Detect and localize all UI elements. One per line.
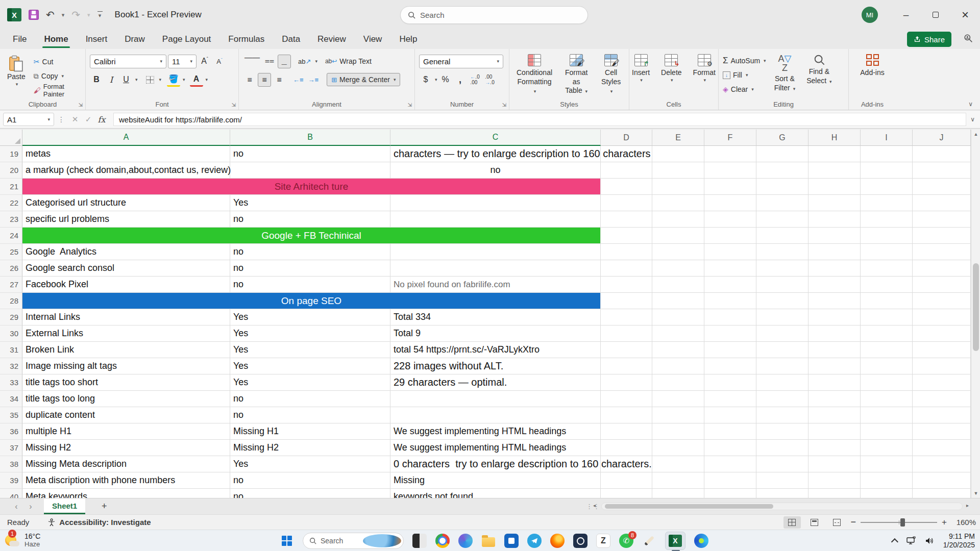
cell-C27[interactable]: No pixel found on fabrilife.com	[390, 277, 601, 293]
paste-dropdown-icon[interactable]: ▾	[16, 82, 18, 87]
cell-J19[interactable]	[913, 146, 971, 162]
cell-D26[interactable]	[601, 260, 652, 277]
align-top-icon[interactable]: ⎺⎺	[243, 55, 261, 68]
row-header-25[interactable]: 25	[0, 244, 22, 260]
cell-I32[interactable]	[861, 358, 913, 374]
font-color-dropdown-icon[interactable]: ▾	[206, 77, 208, 82]
cell-H24[interactable]	[808, 228, 861, 244]
cell-A30[interactable]: External Links	[22, 325, 230, 342]
cell-H38[interactable]	[808, 456, 861, 472]
cell-F25[interactable]	[704, 244, 756, 260]
underline-dropdown-icon[interactable]: ▾	[135, 77, 138, 82]
cell-J23[interactable]	[913, 211, 971, 228]
cell-I38[interactable]	[861, 456, 913, 472]
chrome-icon[interactable]	[435, 534, 450, 548]
clipboard-dialog-launcher-icon[interactable]: ⇲	[79, 102, 83, 108]
page-break-view-button[interactable]	[828, 516, 846, 529]
cell-I31[interactable]	[861, 342, 913, 358]
sheet-tab-sheet1[interactable]: Sheet1	[44, 498, 85, 514]
cell-A19[interactable]: metas	[22, 146, 230, 162]
zoom-slider-thumb[interactable]	[900, 518, 905, 527]
blue-app-icon[interactable]	[504, 534, 519, 548]
cell-H32[interactable]	[808, 358, 861, 374]
column-header-G[interactable]: G	[756, 130, 808, 146]
telegram-icon[interactable]	[527, 534, 542, 548]
cell-G27[interactable]	[756, 277, 808, 293]
cell-C33[interactable]: 29 characters — optimal.	[390, 374, 601, 391]
cell-J24[interactable]	[913, 228, 971, 244]
cell-I33[interactable]	[861, 374, 913, 391]
cell-J33[interactable]	[913, 374, 971, 391]
cell-F21[interactable]	[704, 179, 756, 195]
percent-icon[interactable]: %	[439, 73, 452, 87]
weather-widget[interactable]: 1 16°C Haze	[4, 532, 40, 548]
scroll-left-icon[interactable]: ◂	[593, 503, 596, 508]
cell-F31[interactable]	[704, 342, 756, 358]
currency-icon[interactable]: $	[419, 73, 432, 87]
format-cells-button[interactable]: ⚙ Format ▾	[690, 53, 719, 99]
decrease-font-icon[interactable]: Aˇ	[213, 55, 226, 68]
cell-A20[interactable]: a markup (check domain,about,contact us,…	[22, 162, 230, 179]
cell-E19[interactable]	[652, 146, 704, 162]
cell-A23[interactable]: specific url problems	[22, 211, 230, 228]
tab-data[interactable]: Data	[273, 30, 309, 49]
cell-B22[interactable]: Yes	[230, 195, 390, 211]
expand-formula-bar-icon[interactable]: ∨	[970, 116, 975, 123]
row-header-30[interactable]: 30	[0, 325, 22, 342]
cell-E36[interactable]	[652, 423, 704, 440]
cell-I19[interactable]	[861, 146, 913, 162]
comma-style-icon[interactable]: ,	[454, 73, 467, 87]
cut-button[interactable]: ✂Cut	[34, 55, 81, 68]
cell-I35[interactable]	[861, 407, 913, 423]
column-header-J[interactable]: J	[913, 130, 971, 146]
cell-H34[interactable]	[808, 391, 861, 407]
row-header-39[interactable]: 39	[0, 472, 22, 489]
cell-H31[interactable]	[808, 342, 861, 358]
cell-B27[interactable]: no	[230, 277, 390, 293]
row-header-32[interactable]: 32	[0, 358, 22, 374]
cell-E33[interactable]	[652, 374, 704, 391]
cell-G30[interactable]	[756, 325, 808, 342]
cell-F30[interactable]	[704, 325, 756, 342]
vertical-scrollbar[interactable]: ▲ ▼	[971, 130, 980, 498]
zoom-level[interactable]: 160%	[951, 518, 976, 527]
cell-G25[interactable]	[756, 244, 808, 260]
cell-G24[interactable]	[756, 228, 808, 244]
cell-A35[interactable]: duplicate content	[22, 407, 230, 423]
copy-button[interactable]: ⧉Copy▾	[34, 69, 81, 83]
cell-D28[interactable]	[601, 293, 652, 309]
pen-app-icon[interactable]	[642, 534, 656, 548]
cell-G35[interactable]	[756, 407, 808, 423]
cell-E20[interactable]	[652, 162, 704, 179]
fill-color-dropdown-icon[interactable]: ▾	[183, 77, 185, 82]
cell-A34[interactable]: title tags too long	[22, 391, 230, 407]
cell-B38[interactable]: Yes	[230, 456, 390, 472]
collapse-ribbon-icon[interactable]: ∨	[968, 101, 973, 108]
cell-F36[interactable]	[704, 423, 756, 440]
cell-J27[interactable]	[913, 277, 971, 293]
cell-G40[interactable]	[756, 489, 808, 498]
cell-B29[interactable]: Yes	[230, 309, 390, 325]
cell-G21[interactable]	[756, 179, 808, 195]
row-header-20[interactable]: 20	[0, 162, 22, 179]
account-avatar[interactable]: MI	[862, 7, 878, 23]
cell-E29[interactable]	[652, 309, 704, 325]
cell-H23[interactable]	[808, 211, 861, 228]
edge-icon[interactable]	[694, 534, 708, 548]
cell-I23[interactable]	[861, 211, 913, 228]
tab-draw[interactable]: Draw	[116, 30, 154, 49]
cell-C35[interactable]	[390, 407, 601, 423]
cell-C20[interactable]: no	[390, 162, 601, 179]
cell-D27[interactable]	[601, 277, 652, 293]
copilot-icon[interactable]	[458, 534, 473, 548]
align-right-icon[interactable]: ≡	[273, 73, 286, 87]
cell-H19[interactable]	[808, 146, 861, 162]
column-header-I[interactable]: I	[861, 130, 913, 146]
cell-F32[interactable]	[704, 358, 756, 374]
cell-C19[interactable]: characters — try to enlarge description …	[390, 146, 601, 162]
row-header-23[interactable]: 23	[0, 211, 22, 228]
cell-J31[interactable]	[913, 342, 971, 358]
cell-I21[interactable]	[861, 179, 913, 195]
cell-G31[interactable]	[756, 342, 808, 358]
cell-D36[interactable]	[601, 423, 652, 440]
